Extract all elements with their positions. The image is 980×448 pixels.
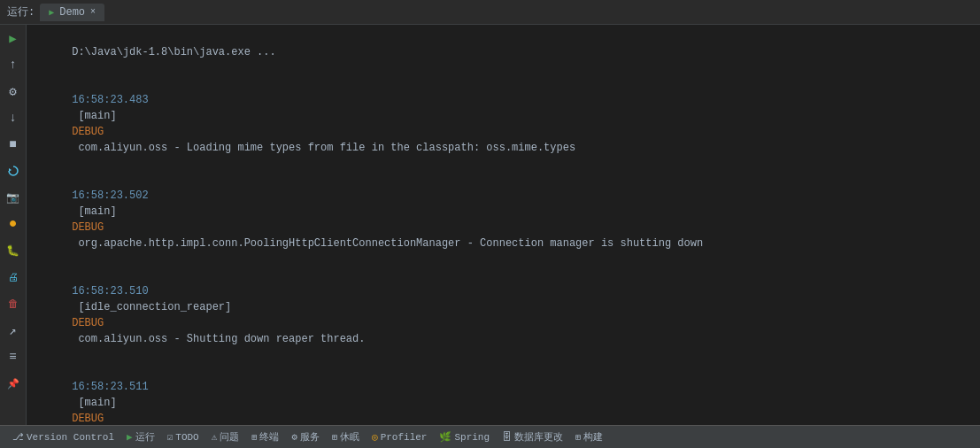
thread-2: [main] bbox=[72, 110, 123, 122]
tab-bar: 运行: ▶ Demo × bbox=[0, 0, 980, 25]
spring-label: Spring bbox=[454, 432, 490, 443]
log-line-3: 16:58:23.502 [main] DEBUG org.apache.htt… bbox=[34, 172, 973, 267]
log-line-2: 16:58:23.483 [main] DEBUG com.aliyun.oss… bbox=[34, 76, 973, 172]
timestamp-5: 16:58:23.511 bbox=[72, 381, 148, 393]
circle-icon[interactable]: ● bbox=[4, 214, 23, 234]
msg-2: com.aliyun.oss - Loading mime types from… bbox=[72, 142, 575, 154]
database-icon: 🗄 bbox=[502, 431, 512, 443]
services-status-item[interactable]: ⚙ 服务 bbox=[286, 426, 325, 448]
problems-status-item[interactable]: ⚠ 问题 bbox=[206, 426, 245, 448]
bug-icon[interactable]: 🐛 bbox=[4, 241, 23, 260]
database-label: 数据库更改 bbox=[514, 430, 563, 444]
thread-3: [main] bbox=[72, 205, 123, 218]
main-area: ▶ ↑ ⚙ ↓ ■ 📷 ● 🐛 🖨 🗑 ↗ ≡ 📌 D:\Java\jdk-1.… bbox=[0, 25, 980, 425]
tab-close-button[interactable]: × bbox=[90, 7, 96, 17]
java-exe-text: D:\Java\jdk-1.8\bin\java.exe ... bbox=[72, 46, 275, 58]
tab-run-icon: ▶ bbox=[49, 7, 54, 18]
services-label: 服务 bbox=[300, 430, 320, 444]
log-line-4: 16:58:23.510 [idle_connection_reaper] DE… bbox=[34, 267, 973, 363]
run-status-icon: ▶ bbox=[127, 431, 133, 443]
build-label: 构建 bbox=[583, 430, 603, 444]
version-control-label: Version Control bbox=[27, 432, 114, 443]
rerun-icon[interactable] bbox=[4, 161, 23, 181]
run-status-item[interactable]: ▶ 运行 bbox=[121, 426, 160, 448]
demo-tab[interactable]: ▶ Demo × bbox=[40, 4, 104, 21]
level-4: DEBUG bbox=[72, 317, 104, 329]
list-icon[interactable]: ≡ bbox=[4, 347, 23, 367]
profiler-status-item[interactable]: ◎ Profiler bbox=[367, 426, 432, 448]
todo-status-item[interactable]: ☑ TODO bbox=[162, 426, 204, 448]
print-icon[interactable]: 🖨 bbox=[4, 267, 23, 287]
msg-4: com.aliyun.oss - Shutting down reaper th… bbox=[72, 333, 365, 345]
terminal-status-item[interactable]: ⊞ 终端 bbox=[246, 426, 284, 448]
down-arrow-icon[interactable]: ↓ bbox=[4, 108, 23, 127]
log-line-5: 16:58:23.511 [main] DEBUG org.apache.htt… bbox=[34, 363, 973, 425]
stop-icon[interactable]: ■ bbox=[4, 135, 23, 154]
terminal-label: 终端 bbox=[259, 430, 279, 444]
camera-icon[interactable]: 📷 bbox=[4, 188, 23, 207]
todo-label: TODO bbox=[175, 432, 198, 443]
profiler-icon: ◎ bbox=[372, 431, 378, 443]
timestamp-3: 16:58:23.502 bbox=[72, 189, 148, 202]
profiler-label: Profiler bbox=[381, 432, 428, 443]
build-icon: ⊞ bbox=[575, 432, 581, 443]
version-control-icon: ⎇ bbox=[12, 431, 24, 443]
export-icon[interactable]: ↗ bbox=[4, 321, 23, 340]
database-status-item[interactable]: 🗄 数据库更改 bbox=[497, 426, 568, 448]
terminal-icon: ⊞ bbox=[251, 432, 257, 443]
run-prefix-label: 运行: bbox=[7, 4, 35, 19]
pin-icon[interactable]: 📌 bbox=[4, 374, 23, 393]
todo-icon: ☑ bbox=[167, 431, 174, 443]
spring-status-item[interactable]: 🌿 Spring bbox=[434, 426, 495, 448]
settings-icon[interactable]: ⚙ bbox=[4, 81, 23, 101]
console-output: D:\Java\jdk-1.8\bin\java.exe ... 16:58:2… bbox=[27, 25, 980, 425]
tab-title: Demo bbox=[59, 6, 85, 19]
msg-3: org.apache.http.impl.conn.PoolingHttpCli… bbox=[72, 237, 703, 250]
svg-marker-0 bbox=[9, 168, 12, 172]
timestamp-4: 16:58:23.510 bbox=[72, 285, 148, 297]
level-2: DEBUG bbox=[72, 126, 104, 138]
level-5: DEBUG bbox=[72, 413, 104, 425]
spring-icon: 🌿 bbox=[439, 431, 451, 443]
breakpoints-icon: ⊞ bbox=[332, 432, 337, 443]
sidebar: ▶ ↑ ⚙ ↓ ■ 📷 ● 🐛 🖨 🗑 ↗ ≡ 📌 bbox=[0, 25, 27, 425]
services-icon: ⚙ bbox=[291, 431, 297, 443]
build-status-item[interactable]: ⊞ 构建 bbox=[570, 426, 608, 448]
breakpoints-status-item[interactable]: ⊞ 休眠 bbox=[327, 426, 365, 448]
log-line-1: D:\Java\jdk-1.8\bin\java.exe ... bbox=[34, 28, 973, 76]
thread-4: [idle_connection_reaper] bbox=[72, 301, 237, 313]
run-status-label: 运行 bbox=[135, 430, 155, 444]
run-icon[interactable]: ▶ bbox=[4, 28, 23, 48]
thread-5: [main] bbox=[72, 397, 123, 409]
status-bar: ⎇ Version Control ▶ 运行 ☑ TODO ⚠ 问题 ⊞ 终端 … bbox=[0, 425, 980, 448]
breakpoints-label: 休眠 bbox=[340, 430, 359, 444]
level-3: DEBUG bbox=[72, 221, 104, 234]
timestamp-2: 16:58:23.483 bbox=[72, 94, 148, 106]
delete-icon[interactable]: 🗑 bbox=[4, 294, 23, 313]
problems-icon: ⚠ bbox=[212, 431, 218, 443]
problems-label: 问题 bbox=[220, 430, 239, 444]
version-control-item[interactable]: ⎇ Version Control bbox=[7, 426, 120, 448]
up-arrow-icon[interactable]: ↑ bbox=[4, 55, 23, 74]
